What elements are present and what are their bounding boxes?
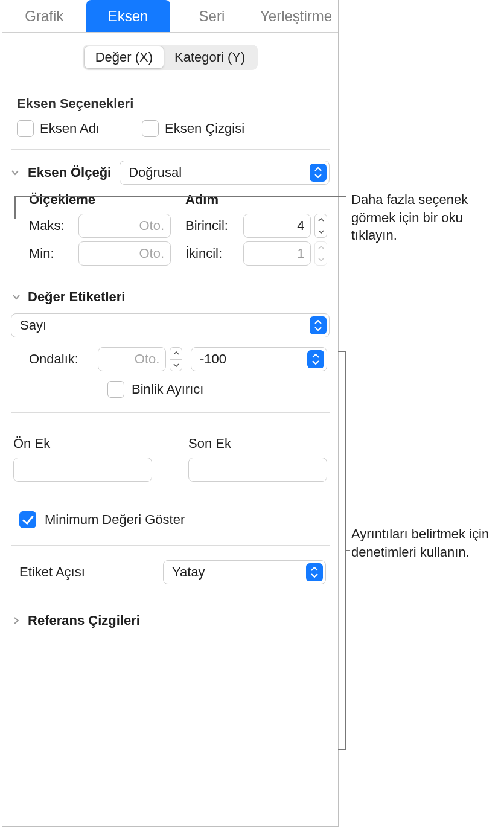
section-value-labels: Değer Etiketleri Sayı Ondalık: -100 [11, 278, 330, 413]
tab-grafik[interactable]: Grafik [2, 0, 86, 32]
primary-steps-input[interactable] [243, 214, 311, 238]
axis-scale-select-value: Doğrusal [129, 165, 305, 180]
show-min-checkbox[interactable] [19, 511, 36, 528]
negative-format-select[interactable]: -100 [191, 347, 327, 371]
axis-options-title: Eksen Seçenekleri [11, 96, 330, 112]
stepper-up-icon[interactable] [170, 348, 182, 359]
label-angle-value: Yatay [172, 564, 301, 580]
max-input[interactable] [78, 214, 171, 238]
axis-name-checkbox[interactable] [17, 120, 34, 137]
stepper-down-icon[interactable] [315, 254, 327, 266]
secondary-stepper[interactable] [314, 241, 327, 266]
axis-segmented-wrap: Değer (X) Kategori (Y) [11, 33, 330, 85]
secondary-label: İkincil: [185, 246, 237, 261]
callout-line [14, 196, 16, 219]
axis-name-label: Eksen Adı [40, 121, 100, 136]
axis-segmented: Değer (X) Kategori (Y) [83, 45, 258, 70]
section-label-angle: Etiket Açısı Yatay [11, 546, 330, 599]
reference-lines-disclosure-icon[interactable] [11, 615, 22, 626]
value-format-select[interactable]: Sayı [11, 313, 330, 337]
value-labels-title: Değer Etiketleri [28, 289, 125, 305]
max-label: Maks: [29, 218, 72, 234]
decimals-stepper[interactable] [170, 347, 182, 371]
prefix-label: Ön Ek [13, 436, 152, 452]
stepper-down-icon[interactable] [315, 226, 327, 238]
section-prefix-suffix: Ön Ek Son Ek [11, 413, 330, 494]
prefix-input[interactable] [13, 458, 152, 482]
section-axis-options: Eksen Seçenekleri Eksen Adı Eksen Çizgis… [11, 85, 330, 150]
decimals-input[interactable] [98, 347, 166, 371]
callout-bracket [338, 351, 346, 750]
callout-line [346, 550, 350, 551]
stepper-up-icon[interactable] [315, 214, 327, 226]
label-angle-select[interactable]: Yatay [163, 560, 326, 584]
secondary-steps-input[interactable] [243, 241, 311, 266]
stepper-up-icon[interactable] [315, 242, 327, 254]
show-min-label: Minimum Değeri Göster [45, 512, 185, 528]
axis-line-checkbox[interactable] [142, 120, 159, 137]
primary-stepper[interactable] [314, 214, 327, 238]
suffix-input[interactable] [188, 458, 327, 482]
label-angle-label: Etiket Açısı [19, 564, 163, 580]
top-tabs: Grafik Eksen Seri Yerleştirme [2, 0, 338, 33]
axis-scale-select[interactable]: Doğrusal [120, 161, 330, 185]
select-arrows-icon [310, 164, 327, 182]
value-labels-disclosure-icon[interactable] [11, 292, 22, 302]
primary-label: Birincil: [185, 218, 237, 234]
value-format-value: Sayı [20, 318, 305, 333]
min-input[interactable] [78, 241, 171, 266]
select-arrows-icon [306, 563, 323, 581]
axis-scale-disclosure-icon[interactable] [11, 165, 19, 180]
callout-text-1: Daha fazla seçenek görmek için bir oku t… [351, 191, 502, 244]
select-arrows-icon [310, 316, 327, 334]
steps-header: Adım [185, 192, 327, 210]
select-arrows-icon [307, 350, 324, 368]
section-show-min: Minimum Değeri Göster [11, 494, 330, 546]
section-reference-lines: Referans Çizgileri [11, 599, 330, 640]
segment-value-x[interactable]: Değer (X) [85, 46, 164, 68]
thousands-separator-label: Binlik Ayırıcı [132, 382, 203, 397]
section-axis-scale: Eksen Ölçeği Doğrusal Ölçekleme Adım Mak… [11, 150, 330, 278]
stepper-down-icon[interactable] [170, 359, 182, 371]
inspector-panel: Grafik Eksen Seri Yerleştirme Değer (X) … [2, 0, 339, 827]
decimals-label: Ondalık: [29, 351, 89, 367]
thousands-separator-checkbox[interactable] [107, 381, 124, 398]
axis-line-label: Eksen Çizgisi [165, 121, 244, 136]
tab-eksen[interactable]: Eksen [86, 0, 170, 32]
tab-yerlestirme[interactable]: Yerleştirme [254, 0, 338, 32]
tab-seri[interactable]: Seri [170, 0, 254, 32]
scaling-header: Ölçekleme [29, 192, 171, 210]
min-label: Min: [29, 246, 72, 261]
callout-line [14, 196, 346, 197]
reference-lines-title: Referans Çizgileri [28, 613, 140, 628]
axis-scale-title: Eksen Ölçeği [28, 165, 111, 180]
callout-text-2: Ayrıntıları belirtmek için denetimleri k… [351, 525, 490, 561]
suffix-label: Son Ek [188, 436, 327, 452]
negative-format-value: -100 [200, 351, 302, 367]
segment-category-y[interactable]: Kategori (Y) [164, 46, 256, 68]
